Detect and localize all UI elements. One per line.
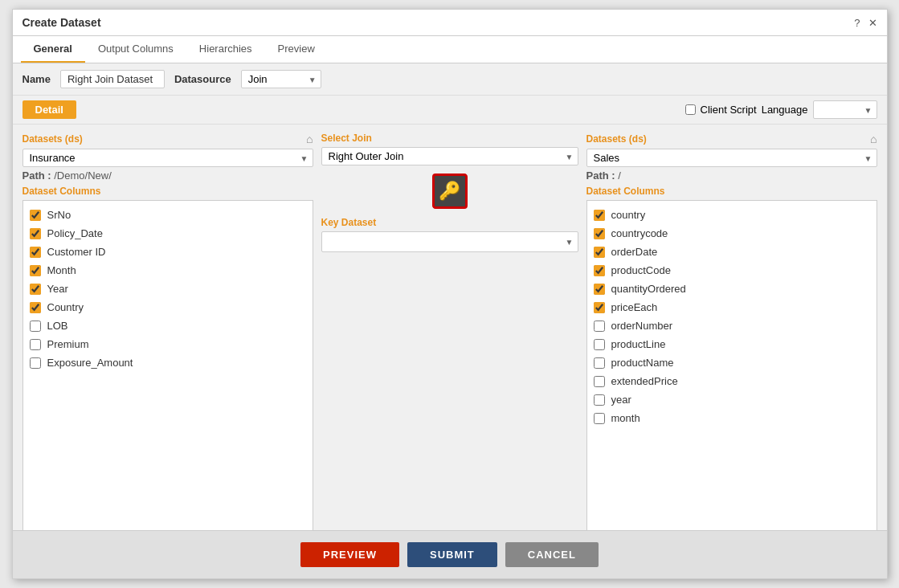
column-label: SrNo [47, 209, 72, 221]
submit-button[interactable]: SUBMIT [407, 542, 497, 567]
dialog-title-bar: Create Dataset ? ✕ [13, 10, 887, 36]
column-checkbox[interactable] [30, 247, 41, 258]
client-script-area: Client Script Language [685, 100, 877, 119]
list-item: Country [28, 298, 308, 316]
client-script-label: Client Script [701, 104, 757, 116]
key-icon-button[interactable]: 🔑 [432, 174, 468, 209]
column-label: orderDate [611, 246, 658, 258]
title-icons: ? ✕ [854, 17, 877, 29]
list-item: quantityOrdered [592, 280, 872, 298]
list-item: productCode [592, 261, 872, 280]
datasource-label: Datasource [174, 73, 231, 85]
column-label: priceEach [611, 301, 658, 313]
right-panel-title: Datasets (ds) [586, 133, 647, 145]
column-label: year [611, 394, 631, 406]
column-label: Year [47, 283, 68, 295]
left-columns-title: Dataset Columns [22, 186, 313, 197]
column-checkbox[interactable] [594, 302, 605, 313]
client-script-checkbox[interactable] [685, 104, 696, 115]
column-label: Policy_Date [47, 227, 103, 239]
column-label: Country [47, 301, 84, 313]
list-item: Customer ID [28, 243, 308, 261]
left-home-icon[interactable]: ⌂ [306, 133, 313, 145]
list-item: Policy_Date [28, 224, 308, 243]
column-checkbox[interactable] [594, 321, 605, 332]
tabs-bar: General Output Columns Hierarchies Previ… [13, 36, 887, 63]
column-checkbox[interactable] [30, 339, 41, 350]
list-item: country [592, 206, 872, 224]
right-dataset-select[interactable]: Sales [586, 149, 877, 167]
name-label: Name [22, 73, 51, 85]
left-dataset-select[interactable]: Insurance [22, 149, 313, 167]
datasource-select[interactable]: Join [241, 70, 321, 88]
column-label: LOB [47, 320, 68, 332]
right-panel: Datasets (ds) ⌂ Sales Path : / Dataset C… [586, 133, 877, 542]
column-label: Exposure_Amount [47, 357, 133, 369]
list-item: Exposure_Amount [28, 353, 308, 372]
center-panel: Select Join Inner Join Left Outer Join R… [321, 133, 578, 542]
join-select-wrap: Inner Join Left Outer Join Right Outer J… [321, 147, 578, 165]
column-label: country [611, 209, 646, 221]
column-label: Premium [47, 338, 89, 350]
column-checkbox[interactable] [30, 321, 41, 332]
right-home-icon[interactable]: ⌂ [870, 133, 877, 145]
cancel-button[interactable]: CANCEL [505, 542, 599, 567]
tab-general[interactable]: General [21, 36, 85, 63]
column-checkbox[interactable] [30, 228, 41, 239]
list-item: LOB [28, 316, 308, 335]
column-checkbox[interactable] [30, 284, 41, 295]
list-item: orderDate [592, 243, 872, 261]
tab-hierarchies[interactable]: Hierarchies [186, 36, 265, 63]
list-item: orderNumber [592, 316, 872, 335]
column-checkbox[interactable] [594, 357, 605, 369]
key-dataset-select[interactable] [321, 231, 578, 252]
list-item: year [592, 390, 872, 409]
list-item: Month [28, 261, 308, 280]
key-icon-area: 🔑 [432, 174, 468, 209]
column-label: countrycode [611, 227, 668, 239]
detail-button[interactable]: Detail [22, 100, 76, 119]
column-checkbox[interactable] [594, 210, 605, 221]
right-columns-title: Dataset Columns [586, 186, 877, 197]
key-ds-select-wrap [321, 231, 578, 252]
column-checkbox[interactable] [30, 357, 41, 369]
column-checkbox[interactable] [594, 376, 605, 387]
footer: PREVIEW SUBMIT CANCEL [13, 530, 887, 578]
column-checkbox[interactable] [30, 210, 41, 221]
tab-preview[interactable]: Preview [265, 36, 328, 63]
left-panel: Datasets (ds) ⌂ Insurance Path : /Demo/N… [22, 133, 313, 542]
datasource-select-wrapper: Join [241, 70, 321, 88]
preview-button[interactable]: PREVIEW [300, 542, 399, 567]
main-content: Datasets (ds) ⌂ Insurance Path : /Demo/N… [13, 125, 887, 550]
column-label: orderNumber [611, 320, 673, 332]
name-value: Right Join Dataset [60, 70, 165, 88]
column-checkbox[interactable] [30, 265, 41, 276]
language-select[interactable] [813, 100, 877, 119]
column-label: Customer ID [47, 246, 106, 258]
right-ds-select-wrap: Sales [586, 149, 877, 167]
list-item: Year [28, 280, 308, 298]
help-icon[interactable]: ? [854, 17, 860, 29]
tab-output-columns[interactable]: Output Columns [85, 36, 186, 63]
list-item: productName [592, 353, 872, 372]
join-select[interactable]: Inner Join Left Outer Join Right Outer J… [321, 147, 578, 165]
name-bar: Name Right Join Dataset Datasource Join [13, 63, 887, 96]
column-label: productCode [611, 264, 671, 276]
column-checkbox[interactable] [594, 284, 605, 295]
column-checkbox[interactable] [594, 339, 605, 350]
column-checkbox[interactable] [594, 265, 605, 276]
column-label: month [611, 412, 640, 424]
column-label: productLine [611, 338, 666, 350]
close-icon[interactable]: ✕ [868, 17, 877, 29]
column-checkbox[interactable] [594, 247, 605, 258]
list-item: countrycode [592, 224, 872, 243]
column-checkbox[interactable] [594, 228, 605, 239]
list-item: priceEach [592, 298, 872, 316]
list-item: SrNo [28, 206, 308, 224]
column-checkbox[interactable] [30, 302, 41, 313]
list-item: month [592, 409, 872, 427]
right-panel-header: Datasets (ds) ⌂ [586, 133, 877, 145]
column-checkbox[interactable] [594, 394, 605, 406]
column-label: Month [47, 264, 76, 276]
column-checkbox[interactable] [594, 413, 605, 424]
